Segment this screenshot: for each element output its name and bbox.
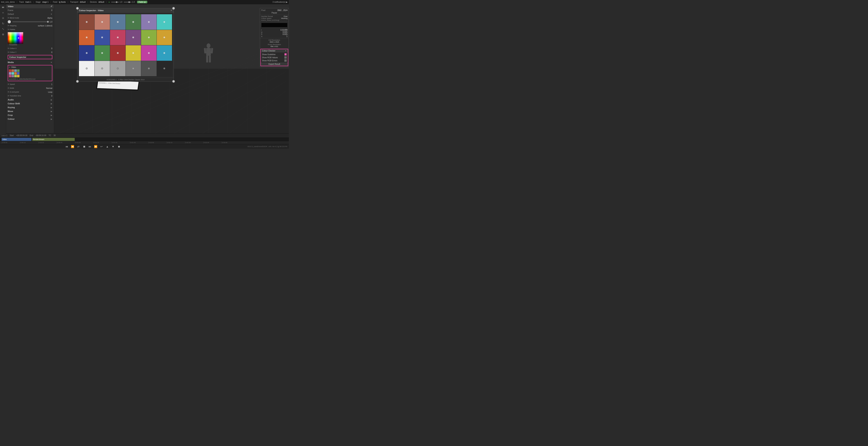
- nav-globe-icon[interactable]: ⊕: [1, 32, 5, 37]
- transport-step-forward-2[interactable]: ⏩: [94, 145, 98, 148]
- color-swatch: [17, 69, 20, 72]
- audio-expand-icon[interactable]: ▶: [51, 99, 52, 101]
- transport-step-back[interactable]: ⏪: [71, 145, 74, 148]
- rgba-values: r 0.01499 g 0.015 b 0.015 a 1: [260, 28, 289, 38]
- stage-value: stage 1: [42, 1, 49, 3]
- ruler-mark-0: 0:00:00: [2, 142, 20, 143]
- slider-group-2[interactable]: 1.0: [124, 1, 135, 3]
- timeline-tracks: Video RenderStream: [0, 138, 289, 141]
- colour-shift-label: Colour Shift: [8, 102, 20, 105]
- color-cell: [79, 30, 94, 45]
- audio-section[interactable]: Audio ▶: [6, 98, 54, 102]
- media-expand-icon[interactable]: ▼: [51, 61, 52, 63]
- pixel-label: Pixel: [261, 9, 266, 11]
- drag-handle-tl[interactable]: [76, 7, 79, 10]
- slider-1-value: 1.0: [120, 1, 122, 3]
- video-track-block[interactable]: Video: [2, 138, 31, 141]
- video-panel: Video ⤢ Frame 0 Default ▼ ⟳ Blend mode A…: [6, 4, 54, 133]
- crop-section[interactable]: Crop ▶: [6, 113, 54, 117]
- at-end-point-value: Loop: [48, 91, 52, 93]
- b-channel-label: b: [261, 33, 262, 35]
- color-cell: [110, 45, 125, 61]
- color-cell: [126, 61, 141, 76]
- nav-3d-button[interactable]: 3D: [1, 5, 5, 10]
- transport-stop[interactable]: ⏹: [82, 145, 86, 148]
- transport-bounce[interactable]: ⇄: [76, 145, 80, 148]
- show-guideline-label: Show Guideline: [262, 54, 276, 56]
- colour-inspector-popup: Colour Inspector - Video ×: [77, 8, 174, 81]
- blend-slider-row: 1.0: [6, 20, 54, 24]
- svg-point-49: [207, 43, 211, 48]
- color-cell: [110, 30, 125, 45]
- colour-label: Colour: [8, 118, 14, 120]
- color-cell: [95, 61, 110, 76]
- ruler-mark-5: 0:01:15: [93, 142, 112, 143]
- cc-expand-icon[interactable]: ▼: [285, 50, 287, 52]
- ruler-mark-4: 0:01:00: [75, 142, 93, 143]
- transport-play[interactable]: ▼: [111, 145, 115, 148]
- transport-record[interactable]: ⏺: [117, 145, 121, 148]
- keying-expand-icon[interactable]: ▶: [51, 106, 52, 109]
- transport-step-forward[interactable]: ⏭: [88, 145, 92, 148]
- show-rgb-errors-checkbox[interactable]: [284, 59, 287, 62]
- notifications[interactable]: 3 notification(s) ▶: [272, 1, 288, 3]
- popup-close-button[interactable]: ×: [170, 9, 172, 12]
- renderstream-track-block[interactable]: RenderStream: [32, 138, 75, 141]
- transport-back-to-start[interactable]: ⏮: [65, 145, 69, 148]
- color-cell: [157, 61, 172, 76]
- video-panel-title: Video: [8, 5, 13, 7]
- pixel-row: Pixel 3582 , 2524: [261, 9, 287, 11]
- pause-label[interactable]: Pause: [261, 12, 287, 14]
- expand-icon[interactable]: ⤢: [51, 5, 52, 7]
- mode-row: ⟳ Mode Normal: [6, 86, 54, 90]
- show-rgb-values-row: Show RGB Values: [261, 56, 287, 59]
- colour-y-value: 0: [51, 51, 52, 54]
- drag-handle-tr[interactable]: [172, 7, 175, 10]
- keying-section[interactable]: Keying ▶: [6, 105, 54, 109]
- bottom-area: track 1 Start +00:00:04.00 End -00:09:16…: [0, 133, 289, 149]
- media-header[interactable]: Media ▼: [8, 60, 52, 64]
- crop-expand-icon[interactable]: ▶: [51, 114, 52, 116]
- colour-expand-icon[interactable]: ▶: [51, 118, 52, 120]
- ruler-mark-11: 0:02:45: [203, 142, 222, 143]
- move-expand-icon[interactable]: ▶: [51, 110, 52, 112]
- a-channel-value: 1: [286, 35, 287, 37]
- nav-close-button[interactable]: ×: [1, 10, 5, 15]
- blend-slider[interactable]: [12, 22, 49, 22]
- nav-scale-icon[interactable]: ⤡: [1, 27, 5, 31]
- ruler-mark-12: 0:03:00: [222, 142, 240, 143]
- svg-rect-47: [97, 80, 138, 90]
- track-value: track 1: [26, 1, 31, 3]
- cc-header[interactable]: Colour Checker ▼: [261, 49, 288, 53]
- color-cell: [95, 45, 110, 61]
- fade-up-button[interactable]: Fade up: [137, 1, 147, 3]
- slider-2[interactable]: [124, 2, 131, 2]
- track-label: Track: [19, 1, 24, 3]
- transport-status-bar: ⏮ ⏪ ⇄ ⏹ ⏭ ⏩ ↩ ▲ ▼ ⏺ r30.0.3_candc/ocio/D…: [0, 144, 289, 149]
- fps-value: 23.976: [282, 146, 287, 147]
- drag-handle-bl[interactable]: [76, 80, 79, 83]
- colour-section[interactable]: Colour ▶: [6, 117, 54, 121]
- ruler-mark-6: 0:01:30: [112, 142, 130, 143]
- nav-move-icon[interactable]: ✛: [1, 16, 5, 21]
- show-rgb-values-checkbox[interactable]: [284, 56, 287, 59]
- move-section[interactable]: Move ▶: [6, 109, 54, 113]
- ruler-mark-3: 0:00:45: [57, 142, 75, 143]
- status-right: r30.0.3_candc/ocio/DSOF...nch, rev 0 | t…: [247, 146, 287, 147]
- color-cell: [126, 30, 141, 45]
- colour-shift-expand-icon[interactable]: ▶: [51, 103, 52, 105]
- transport-cue[interactable]: ▲: [105, 145, 109, 148]
- transport-loop[interactable]: ↩: [100, 145, 103, 148]
- crop-label: Crop: [8, 114, 13, 116]
- drag-handle-br[interactable]: [172, 80, 175, 83]
- slider-group-1[interactable]: 1.0: [111, 1, 122, 3]
- colour-shift-section[interactable]: Colour Shift ▶: [6, 102, 54, 105]
- speed-row: ⟳ Speed 1: [6, 82, 54, 86]
- number-format-value: Float: [284, 15, 287, 18]
- frame-label: Frame: [8, 9, 27, 11]
- slider-1[interactable]: [111, 2, 119, 2]
- nav-rotate-icon[interactable]: ↻: [1, 21, 5, 26]
- color-cell: [157, 45, 172, 61]
- show-guideline-checkbox[interactable]: [284, 53, 287, 56]
- export-result-button[interactable]: Export Result: [261, 63, 288, 66]
